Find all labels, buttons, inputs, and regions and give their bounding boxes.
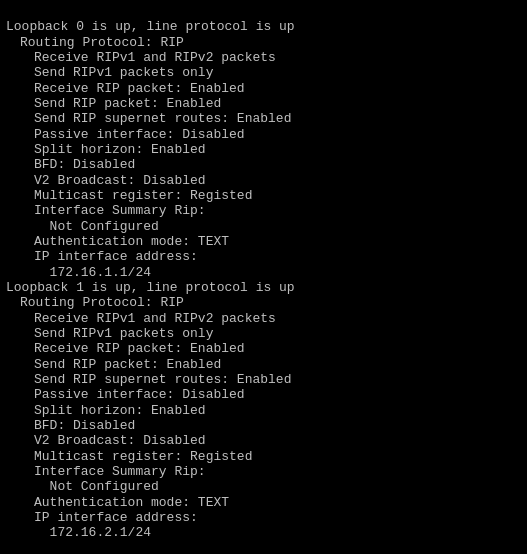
- detail-line-1-2: Receive RIP packet: Enabled: [6, 341, 521, 356]
- detail-line-1-13: IP interface address:: [6, 510, 521, 525]
- detail-line-1-1: Send RIPv1 packets only: [6, 326, 521, 341]
- loopback-header-0: Loopback 0 is up, line protocol is up: [6, 19, 521, 34]
- detail-line-0-2: Receive RIP packet: Enabled: [6, 81, 521, 96]
- loopback-header-1: Loopback 1 is up, line protocol is up: [6, 280, 521, 295]
- detail-line-0-1: Send RIPv1 packets only: [6, 65, 521, 80]
- detail-line-0-12: Authentication mode: TEXT: [6, 234, 521, 249]
- detail-line-0-5: Passive interface: Disabled: [6, 127, 521, 142]
- detail-line-1-6: Split horizon: Enabled: [6, 403, 521, 418]
- detail-line-0-0: Receive RIPv1 and RIPv2 packets: [6, 50, 521, 65]
- detail-line-1-11: Not Configured: [6, 479, 521, 494]
- detail-line-0-6: Split horizon: Enabled: [6, 142, 521, 157]
- detail-line-1-14: 172.16.2.1/24: [6, 525, 521, 540]
- detail-line-1-12: Authentication mode: TEXT: [6, 495, 521, 510]
- detail-line-1-8: V2 Broadcast: Disabled: [6, 433, 521, 448]
- detail-line-0-9: Multicast register: Registed: [6, 188, 521, 203]
- detail-line-0-13: IP interface address:: [6, 249, 521, 264]
- detail-line-1-4: Send RIP supernet routes: Enabled: [6, 372, 521, 387]
- detail-line-1-5: Passive interface: Disabled: [6, 387, 521, 402]
- detail-line-0-11: Not Configured: [6, 219, 521, 234]
- detail-line-0-7: BFD: Disabled: [6, 157, 521, 172]
- routing-protocol-0: Routing Protocol: RIP: [6, 35, 521, 50]
- routing-protocol-1: Routing Protocol: RIP: [6, 295, 521, 310]
- detail-line-1-3: Send RIP packet: Enabled: [6, 357, 521, 372]
- detail-line-0-4: Send RIP supernet routes: Enabled: [6, 111, 521, 126]
- detail-line-0-10: Interface Summary Rip:: [6, 203, 521, 218]
- detail-line-1-7: BFD: Disabled: [6, 418, 521, 433]
- detail-line-1-9: Multicast register: Registed: [6, 449, 521, 464]
- terminal-output: Loopback 0 is up, line protocol is upRou…: [6, 4, 521, 540]
- detail-line-1-0: Receive RIPv1 and RIPv2 packets: [6, 311, 521, 326]
- detail-line-0-14: 172.16.1.1/24: [6, 265, 521, 280]
- detail-line-1-10: Interface Summary Rip:: [6, 464, 521, 479]
- detail-line-0-3: Send RIP packet: Enabled: [6, 96, 521, 111]
- detail-line-0-8: V2 Broadcast: Disabled: [6, 173, 521, 188]
